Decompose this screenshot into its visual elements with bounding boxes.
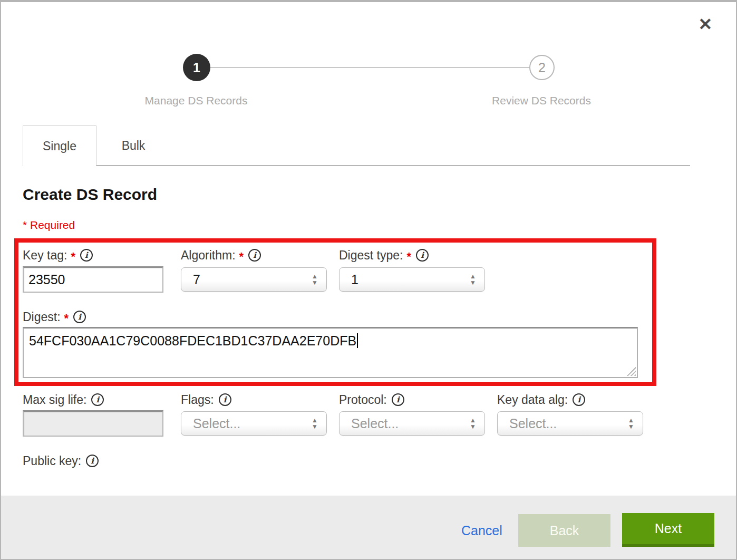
step-2-indicator: 2 — [529, 55, 555, 80]
digest-label: Digest: * i — [23, 310, 86, 324]
digest-label-text: Digest: — [23, 310, 61, 324]
arrow-down-icon: ▼ — [312, 280, 318, 285]
arrow-down-icon: ▼ — [628, 424, 634, 429]
algorithm-select[interactable]: 7 ▲ ▼ — [181, 267, 327, 292]
info-icon-glyph: i — [224, 396, 227, 404]
flags-label: Flags: i — [181, 392, 231, 407]
arrow-up-icon: ▲ — [312, 274, 318, 279]
step-1-indicator: 1 — [183, 54, 210, 81]
key-tag-input[interactable] — [23, 266, 163, 293]
digest-type-label-text: Digest type: — [339, 248, 403, 263]
info-icon[interactable]: i — [86, 455, 99, 467]
tab-bulk[interactable]: Bulk — [96, 125, 170, 166]
algorithm-label: Algorithm: * i — [181, 248, 261, 263]
info-icon-glyph: i — [85, 252, 88, 259]
protocol-label-text: Protocol: — [339, 393, 387, 407]
key-data-alg-selected-value: Select... — [509, 416, 628, 431]
arrow-up-icon: ▲ — [470, 274, 476, 279]
protocol-select[interactable]: Select... ▲ ▼ — [339, 411, 485, 436]
key-tag-label: Key tag: * i — [23, 248, 93, 263]
info-icon[interactable]: i — [80, 249, 93, 262]
select-arrows-icon: ▲ ▼ — [628, 418, 634, 429]
digest-value: 54FCF030AA1C79C0088FDEC1BD1C37DAA2E70DFB — [29, 333, 356, 348]
digest-textarea[interactable]: 54FCF030AA1C79C0088FDEC1BD1C37DAA2E70DFB — [23, 327, 638, 378]
digest-type-label: Digest type: * i — [339, 248, 429, 263]
step-2-label: Review DS Records — [457, 94, 626, 107]
digest-type-select[interactable]: 1 ▲ ▼ — [339, 267, 485, 292]
max-sig-life-input — [23, 410, 163, 437]
stepper-connector-line — [210, 67, 529, 68]
arrow-down-icon: ▼ — [312, 424, 318, 429]
info-icon[interactable]: i — [392, 393, 404, 406]
info-icon-glyph: i — [421, 252, 424, 259]
public-key-label: Public key: i — [23, 453, 99, 468]
back-button[interactable]: Back — [518, 514, 610, 547]
arrow-up-icon: ▲ — [312, 418, 318, 423]
arrow-up-icon: ▲ — [470, 418, 476, 423]
key-data-alg-label: Key data alg: i — [497, 392, 585, 407]
text-caret — [357, 333, 358, 348]
required-asterisk: * — [71, 250, 75, 264]
algorithm-selected-value: 7 — [193, 272, 312, 287]
required-asterisk: * — [406, 250, 411, 264]
info-icon[interactable]: i — [248, 249, 261, 262]
info-icon-glyph: i — [91, 457, 94, 465]
step-2-number: 2 — [538, 60, 546, 75]
tab-single-label: Single — [43, 139, 76, 153]
select-arrows-icon: ▲ ▼ — [470, 274, 476, 285]
required-asterisk: * — [64, 312, 69, 325]
key-data-alg-select[interactable]: Select... ▲ ▼ — [497, 411, 643, 436]
arrow-down-icon: ▼ — [470, 424, 476, 429]
flags-selected-value: Select... — [193, 416, 312, 431]
flags-label-text: Flags: — [181, 393, 214, 407]
arrow-up-icon: ▲ — [628, 418, 634, 423]
info-icon[interactable]: i — [573, 393, 585, 406]
required-note: * Required — [23, 219, 75, 231]
page-title: Create DS Record — [23, 186, 157, 204]
next-button[interactable]: Next — [622, 513, 714, 547]
select-arrows-icon: ▲ ▼ — [470, 418, 476, 429]
max-sig-life-label: Max sig life: i — [23, 392, 104, 407]
step-1-number: 1 — [193, 60, 200, 75]
info-icon[interactable]: i — [91, 393, 104, 406]
info-icon-glyph: i — [396, 396, 400, 404]
select-arrows-icon: ▲ ▼ — [312, 274, 318, 285]
info-icon[interactable]: i — [219, 393, 231, 406]
tab-underline — [96, 165, 690, 166]
digest-type-selected-value: 1 — [351, 272, 470, 287]
info-icon-glyph: i — [78, 313, 81, 321]
protocol-selected-value: Select... — [351, 416, 470, 431]
algorithm-label-text: Algorithm: — [181, 248, 236, 263]
tab-single[interactable]: Single — [23, 125, 96, 166]
close-icon[interactable]: ✕ — [695, 14, 716, 35]
info-icon[interactable]: i — [416, 249, 429, 262]
info-icon-glyph: i — [96, 396, 100, 404]
key-data-alg-label-text: Key data alg: — [497, 393, 568, 407]
select-arrows-icon: ▲ ▼ — [312, 418, 318, 429]
max-sig-life-label-text: Max sig life: — [23, 393, 86, 407]
info-icon-glyph: i — [577, 396, 580, 404]
tab-bulk-label: Bulk — [122, 139, 146, 153]
key-tag-label-text: Key tag: — [23, 248, 67, 263]
step-1-label: Manage DS Records — [112, 94, 280, 107]
flags-select[interactable]: Select... ▲ ▼ — [181, 411, 327, 436]
public-key-label-text: Public key: — [23, 454, 81, 468]
required-asterisk: * — [239, 250, 244, 264]
arrow-down-icon: ▼ — [470, 280, 476, 285]
cancel-button[interactable]: Cancel — [461, 523, 502, 538]
protocol-label: Protocol: i — [339, 392, 404, 407]
info-icon[interactable]: i — [73, 311, 86, 323]
info-icon-glyph: i — [253, 252, 256, 259]
resize-handle[interactable] — [626, 366, 636, 376]
